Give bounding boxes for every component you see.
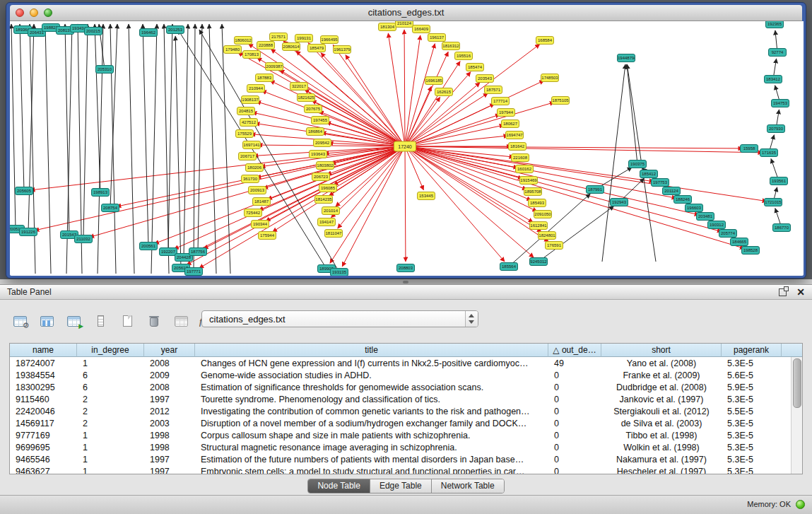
graph-node[interactable]: 207930	[767, 124, 785, 133]
graph-node[interactable]: 185564	[500, 262, 518, 271]
graph-node[interactable]: 186770	[772, 223, 791, 232]
graph-node[interactable]: 1966495	[320, 35, 339, 44]
graph-node[interactable]: 201014	[322, 206, 340, 215]
table-row[interactable]: 911546021997Tourette syndrome. Phenomeno…	[10, 393, 792, 405]
graph-node[interactable]: 205605	[15, 187, 33, 195]
graph-node[interactable]: 206717	[238, 152, 257, 160]
graph-node[interactable]: 725442	[244, 209, 262, 217]
float-panel-icon[interactable]	[779, 288, 787, 296]
graph-node[interactable]: 1721015	[764, 198, 782, 206]
graph-node[interactable]: 180627	[501, 119, 519, 128]
graph-node[interactable]: 188246	[673, 195, 692, 204]
graph-node[interactable]: 2080614	[282, 42, 300, 51]
tab-network-table[interactable]: Network Table	[432, 479, 504, 493]
graph-node[interactable]: 191226	[19, 228, 37, 236]
graph-node[interactable]: 187991	[586, 185, 604, 194]
graph-node[interactable]: 181304	[378, 23, 396, 31]
graph-node[interactable]: 1908137	[241, 95, 259, 104]
graph-node[interactable]: 198528	[741, 246, 760, 255]
column-header-pagerank[interactable]: pagerank	[722, 344, 782, 357]
graph-node[interactable]: 1612841	[529, 221, 548, 230]
table-row[interactable]: 2242004622012Investigating the contribut…	[10, 405, 792, 417]
graph-node[interactable]: 180206	[245, 163, 264, 172]
graph-node[interactable]: 208754	[101, 204, 119, 212]
graph-node[interactable]: 197455	[311, 116, 329, 124]
table-row[interactable]: 1938455462009Genome-wide association stu…	[10, 369, 792, 381]
graph-node[interactable]: 208803	[396, 264, 415, 272]
graph-node[interactable]: 181487	[252, 197, 271, 206]
graph-node[interactable]: 185479	[307, 44, 326, 52]
table-scrollbar[interactable]	[791, 357, 802, 474]
graph-node[interactable]: 192943	[610, 198, 628, 206]
graph-node[interactable]: 181642	[508, 142, 526, 151]
graph-node[interactable]: 185412	[640, 170, 658, 178]
graph-node[interactable]: 217571	[269, 33, 288, 41]
graph-node[interactable]: 1697141	[242, 141, 261, 149]
create-table-button[interactable]	[119, 313, 136, 329]
table-selector[interactable]: citations_edges.txt	[201, 310, 478, 327]
graph-node[interactable]: 175529	[235, 129, 254, 138]
graph-node[interactable]: 201124	[662, 187, 681, 195]
graph-node[interactable]: 203481	[696, 212, 714, 221]
graph-node[interactable]: 190375	[628, 160, 647, 168]
graph-node[interactable]: 197753	[651, 178, 669, 187]
graph-node[interactable]: 1694747	[505, 131, 524, 139]
import-table-button[interactable]	[65, 313, 82, 329]
table-row[interactable]: 946554611997Estimation of the future num…	[10, 453, 792, 465]
graph-node[interactable]: 196137	[428, 33, 446, 42]
graph-node[interactable]: 197771	[184, 267, 203, 276]
graph-node[interactable]: 153445	[417, 192, 435, 200]
graph-node[interactable]: 205774	[719, 229, 737, 238]
graph-node[interactable]: 1696185	[425, 76, 443, 85]
tab-node-table[interactable]: Node Table	[308, 479, 370, 493]
graph-node[interactable]: 196462	[139, 28, 158, 37]
graph-node[interactable]: 198913	[91, 188, 110, 197]
show-columns-button[interactable]	[38, 313, 55, 329]
graph-node[interactable]: 162615	[435, 88, 453, 96]
graph-node[interactable]: 201253	[166, 25, 184, 34]
graph-node[interactable]: 187883	[255, 74, 273, 82]
table-row[interactable]: 1456911722003Disruption of a novel membe…	[10, 417, 792, 429]
graph-node[interactable]: 15958	[740, 144, 758, 153]
graph-node[interactable]: 196085	[319, 184, 337, 192]
graph-node[interactable]: 19448794	[617, 54, 635, 62]
graph-node[interactable]: 192365	[765, 21, 784, 28]
table-row[interactable]: 977716911998Corpus callosum shape and si…	[10, 429, 792, 441]
graph-node[interactable]: 187756	[189, 247, 207, 256]
graph-node[interactable]: 166409	[412, 25, 430, 33]
graph-node[interactable]: 209542	[313, 139, 331, 147]
graph-node[interactable]: 206723	[312, 173, 330, 181]
graph-node[interactable]: 1961379	[333, 45, 351, 54]
graph-node[interactable]: 199131	[295, 34, 313, 42]
table-scrollbar-thumb[interactable]	[793, 358, 801, 408]
graph-node[interactable]: 2091050	[534, 210, 552, 218]
window-titlebar[interactable]: citations_edges.txt	[10, 5, 802, 21]
graph-node[interactable]: 1821625	[297, 93, 315, 102]
graph-node[interactable]: 193135	[330, 268, 348, 276]
graph-node[interactable]: 1915469	[519, 176, 538, 185]
graph-node[interactable]: 1895708	[524, 187, 542, 196]
graph-node[interactable]: 1824801	[538, 231, 556, 240]
graph-node[interactable]: 92774	[768, 48, 787, 57]
graph-node[interactable]: 221608	[511, 153, 529, 162]
graph-node[interactable]: 1811047	[324, 229, 343, 238]
graph-node[interactable]: 203543	[476, 74, 494, 83]
column-header-name[interactable]: name	[10, 344, 77, 357]
graph-node[interactable]: 1814235	[314, 195, 333, 204]
graph-node[interactable]: 17240	[394, 141, 416, 152]
graph-node[interactable]: 160162	[515, 165, 534, 173]
graph-node[interactable]: 193643	[309, 150, 327, 158]
graph-node[interactable]: 170813	[242, 50, 261, 59]
graph-node[interactable]: 200561	[139, 242, 158, 250]
table-row[interactable]: 969969511998Structural magnetic resonanc…	[10, 441, 792, 453]
tab-edge-table[interactable]: Edge Table	[370, 479, 432, 493]
table-row[interactable]: 1830029562008Estimation of significance …	[10, 381, 792, 393]
graph-node[interactable]: 361730	[241, 175, 259, 183]
graph-node[interactable]: 171635	[760, 148, 778, 157]
zoom-button[interactable]	[44, 8, 52, 17]
graph-node[interactable]: 204815	[237, 107, 255, 115]
graph-node[interactable]: 187571	[484, 86, 502, 94]
graph-node[interactable]: 168584	[536, 36, 554, 45]
graph-node[interactable]: 185493	[528, 199, 546, 207]
graph-node[interactable]: 193561	[770, 177, 788, 185]
